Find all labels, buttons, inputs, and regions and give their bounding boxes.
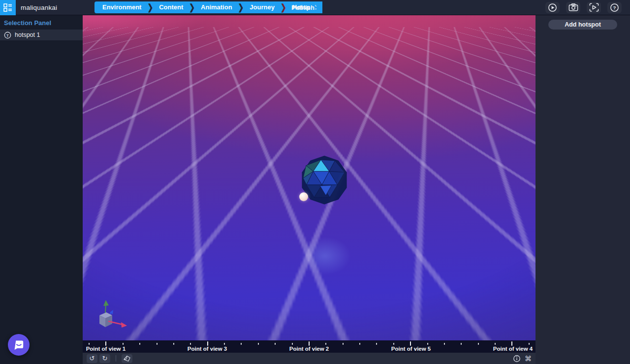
timeline-minor-tick [478, 343, 479, 345]
breadcrumb: Environment❯Content❯Animation❯Journey❯Ho… [94, 1, 322, 13]
topbar-actions: ? [545, 2, 622, 13]
app-logo[interactable] [0, 0, 16, 15]
selection-panel-title: Selection Panel [0, 15, 83, 30]
chevron-right-icon: ❯ [281, 0, 286, 15]
axis-gizmo [89, 297, 129, 340]
shape-tool-icon [123, 355, 131, 362]
app-root: maliquankai Environment❯Content❯Animatio… [0, 0, 630, 364]
timeline-minor-tick [224, 343, 225, 345]
timeline-minor-tick [461, 343, 462, 345]
main-area: Selection Panel Thotspot 1 [0, 15, 630, 364]
timeline-point-label[interactable]: Point of view 1 [86, 346, 126, 352]
timeline-minor-tick [190, 343, 191, 345]
info-button[interactable] [513, 355, 521, 363]
viewport-3d[interactable] [83, 15, 536, 340]
breadcrumb-step-content[interactable]: Content [153, 1, 189, 13]
timeline-minor-tick [241, 343, 242, 345]
timeline-major-tick [410, 341, 411, 346]
play-button[interactable] [545, 2, 560, 13]
layout-list-icon [3, 3, 12, 12]
properties-panel: Add hotspot [536, 15, 630, 364]
screenshot-button[interactable] [566, 2, 580, 13]
timeline-minor-tick [325, 343, 326, 345]
timeline-minor-tick [275, 343, 276, 345]
timeline-point-label[interactable]: Point of view 4 [493, 346, 533, 352]
selection-list: Thotspot 1 [0, 30, 83, 40]
shortcuts-button[interactable]: ⌘ [525, 355, 532, 363]
timeline-minor-tick [393, 343, 394, 345]
svg-text:T: T [6, 33, 9, 37]
grid-floor [83, 15, 536, 27]
workspace-name: maliquankai [21, 4, 57, 11]
timeline-point-label[interactable]: Point of view 5 [391, 346, 431, 352]
toolbar-left-group: ↺↻ [87, 354, 132, 363]
preview-play-icon [589, 3, 599, 12]
timeline-minor-tick [359, 343, 360, 345]
toolbar-right-group: ⌘ [513, 355, 532, 363]
timeline-minor-tick [529, 343, 530, 345]
timeline-minor-tick [427, 343, 428, 345]
timeline-minor-tick [157, 343, 158, 345]
timeline-minor-tick [173, 343, 174, 345]
timeline[interactable]: Point of view 1Point of view 3Point of v… [83, 340, 536, 353]
preview-button[interactable] [587, 2, 601, 13]
chat-button[interactable] [8, 334, 30, 356]
breadcrumb-step-environment[interactable]: Environment [96, 1, 147, 13]
stage: Point of view 1Point of view 3Point of v… [83, 15, 536, 364]
timeline-minor-tick [292, 343, 293, 345]
timeline-major-tick [105, 341, 106, 346]
selection-item-label: hotspot 1 [15, 31, 40, 38]
help-button[interactable]: ? [607, 2, 622, 13]
svg-text:?: ? [613, 5, 616, 10]
chevron-right-icon: ❯ [189, 0, 195, 15]
shape-tool-button[interactable] [122, 354, 132, 363]
timeline-minor-tick [89, 343, 90, 345]
timeline-major-tick [207, 341, 208, 346]
timeline-minor-tick [376, 343, 377, 345]
timeline-minor-tick [343, 343, 344, 345]
timeline-point-label[interactable]: Point of view 3 [188, 346, 227, 352]
hotspot-sphere[interactable] [299, 192, 308, 201]
toolbar-separator [116, 355, 116, 362]
timeline-minor-tick [123, 343, 124, 345]
chat-bubble-icon [13, 339, 25, 351]
timeline-minor-tick [444, 343, 445, 345]
hotspot-target-icon: T [4, 31, 11, 39]
topbar: maliquankai Environment❯Content❯Animatio… [0, 0, 630, 15]
selection-panel: Selection Panel Thotspot 1 [0, 15, 83, 364]
timeline-major-tick [309, 341, 310, 346]
bottom-toolbar: ↺↻ ⌘ [83, 353, 536, 364]
timeline-minor-tick [258, 343, 259, 345]
timeline-minor-tick [495, 343, 496, 345]
breadcrumb-step-journey[interactable]: Journey [244, 1, 281, 13]
publish-step[interactable]: Publish [291, 0, 315, 15]
selection-item[interactable]: Thotspot 1 [0, 30, 83, 40]
redo-button[interactable]: ↻ [99, 354, 110, 363]
add-hotspot-button[interactable]: Add hotspot [548, 20, 617, 30]
breadcrumb-step-animation[interactable]: Animation [195, 1, 238, 13]
undo-button[interactable]: ↺ [87, 354, 97, 363]
timeline-minor-tick [139, 343, 140, 345]
chevron-right-icon: ❯ [238, 0, 244, 15]
chevron-right-icon: ❯ [147, 0, 153, 15]
play-icon [548, 3, 557, 12]
timeline-major-tick [511, 341, 512, 346]
camera-icon [568, 3, 578, 12]
help-icon: ? [610, 3, 619, 12]
timeline-point-label[interactable]: Point of view 2 [289, 346, 329, 352]
info-icon [513, 355, 521, 363]
